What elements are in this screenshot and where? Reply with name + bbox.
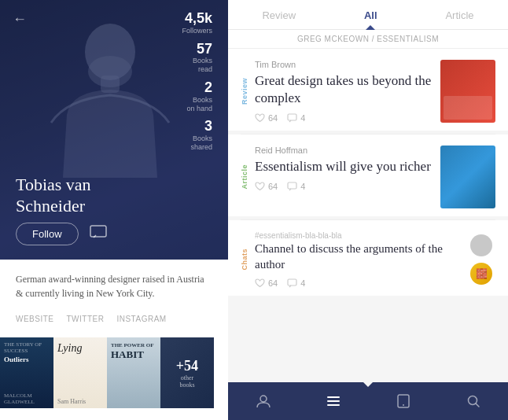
books-row: THE STORY OF SUCCESS Outliers MALCOLM GL… <box>0 331 228 420</box>
nav-tablet[interactable] <box>396 393 411 409</box>
likes-3: 64 <box>255 278 278 288</box>
avatar-1 <box>470 234 492 256</box>
book-cover-outliers[interactable]: THE STORY OF SUCCESS Outliers MALCOLM GL… <box>0 337 53 408</box>
svg-rect-9 <box>327 400 340 402</box>
follow-button[interactable]: Follow <box>16 223 79 245</box>
stat-followers: 4,5k Followers <box>182 11 212 35</box>
article-label: Article <box>241 164 248 190</box>
svg-point-12 <box>403 404 404 406</box>
svg-rect-8 <box>327 396 340 398</box>
svg-rect-6 <box>288 279 296 286</box>
profile-header: ← 4,5k Followers 57 Books read 2 Books o… <box>0 0 228 260</box>
stat-books-on-hand: 2 Books on hand <box>182 80 212 112</box>
comments-1: 4 <box>287 113 305 123</box>
feed-content-1: Tim Brown Great design takes us beyond t… <box>255 60 434 123</box>
stat-books-read: 57 Books read <box>182 42 212 74</box>
svg-rect-2 <box>101 76 120 93</box>
back-button[interactable]: ← <box>13 11 27 28</box>
feed-item-article[interactable]: Article Reid Hoffman Essentialism will g… <box>228 134 508 216</box>
followers-count: 4,5k <box>185 11 212 27</box>
chats-label: Chats <box>241 249 248 271</box>
avatar-2: 🧱 <box>470 263 492 285</box>
books-read-count: 57 <box>197 42 212 57</box>
nav-search[interactable] <box>466 393 481 409</box>
svg-line-14 <box>476 404 479 407</box>
profile-name: Tobias van Schneider <box>16 175 91 216</box>
likes-1: 64 <box>255 113 278 123</box>
nav-up-indicator <box>363 381 374 387</box>
svg-rect-4 <box>288 114 296 120</box>
svg-point-7 <box>260 396 267 402</box>
books-read-label: Books read <box>193 57 212 74</box>
svg-rect-3 <box>90 226 106 237</box>
nav-profile[interactable] <box>256 393 271 409</box>
svg-rect-5 <box>288 182 296 189</box>
feed-content-3: #essentialism-bla-bla-bla Channel to dis… <box>255 231 461 288</box>
profile-actions: Follow <box>16 223 107 245</box>
feed-item-chats[interactable]: Chats #essentialism-bla-bla-bla Channel … <box>228 220 508 296</box>
right-panel: Review All Article GREG MCKEOWN / ESSENT… <box>228 0 508 420</box>
feed-meta-3: 64 4 <box>255 278 461 288</box>
more-count: +54 <box>176 358 198 374</box>
books-hand-count: 2 <box>204 80 212 96</box>
thumb-2 <box>440 146 495 208</box>
followers-label: Followers <box>182 27 212 35</box>
feed-title-2: Essentialism will give you richer <box>255 158 434 175</box>
website-link[interactable]: WEBSITE <box>16 315 54 323</box>
book-header: GREG MCKEOWN / ESSENTIALISM <box>228 30 508 49</box>
feed-item-review[interactable]: Review Tim Brown Great design takes us b… <box>228 49 508 131</box>
twitter-link[interactable]: TWITTER <box>67 315 105 323</box>
likes-2: 64 <box>255 182 278 191</box>
message-icon[interactable] <box>90 225 107 243</box>
tab-all[interactable]: All <box>364 9 377 29</box>
feed-area[interactable]: Review Tim Brown Great design takes us b… <box>228 49 508 382</box>
tab-article[interactable]: Article <box>445 9 473 29</box>
books-hand-label: Books on hand <box>186 96 212 113</box>
comments-2: 4 <box>287 182 305 191</box>
feed-author-1: Tim Brown <box>255 60 434 69</box>
stat-books-shared: 3 Books shared <box>182 119 212 151</box>
chats-tag: #essentialism-bla-bla-bla <box>255 231 461 240</box>
instagram-link[interactable]: INSTAGRAM <box>116 315 166 323</box>
left-panel: ← 4,5k Followers 57 Books read 2 Books o… <box>0 0 228 420</box>
comments-3: 4 <box>287 278 305 288</box>
more-label: other books <box>179 374 194 389</box>
tab-review[interactable]: Review <box>262 9 296 29</box>
review-label: Review <box>241 78 248 105</box>
nav-feed[interactable] <box>326 393 341 409</box>
profile-bio: German award-winning designer raised in … <box>0 260 228 308</box>
book-cover-habit[interactable]: THE POWER OF HABIT <box>107 337 160 408</box>
thumb-1 <box>440 60 495 123</box>
social-links: WEBSITE TWITTER INSTAGRAM <box>0 308 228 331</box>
more-books[interactable]: +54 other books <box>160 337 214 408</box>
feed-content-2: Reid Hoffman Essentialism will give you … <box>255 146 434 208</box>
feed-meta-2: 64 4 <box>255 182 434 191</box>
svg-point-13 <box>468 396 477 405</box>
feed-author-2: Reid Hoffman <box>255 146 434 155</box>
bio-text: German award-winning designer raised in … <box>16 272 212 300</box>
books-shared-count: 3 <box>204 119 212 134</box>
stats-column: 4,5k Followers 57 Books read 2 Books on … <box>182 11 212 152</box>
svg-rect-10 <box>327 404 340 406</box>
book-cover-lying[interactable]: Lying Sam Harris <box>53 337 107 408</box>
tabs-header: Review All Article <box>228 0 508 30</box>
bottom-nav <box>228 382 508 420</box>
feed-title-3: Channel to discuss the arguments of the … <box>255 241 461 272</box>
feed-title-1: Great design takes us beyond the complex <box>255 72 434 107</box>
books-shared-label: Books shared <box>190 134 212 152</box>
feed-meta-1: 64 4 <box>255 113 434 123</box>
avatar-strip: 🧱 <box>467 231 495 288</box>
